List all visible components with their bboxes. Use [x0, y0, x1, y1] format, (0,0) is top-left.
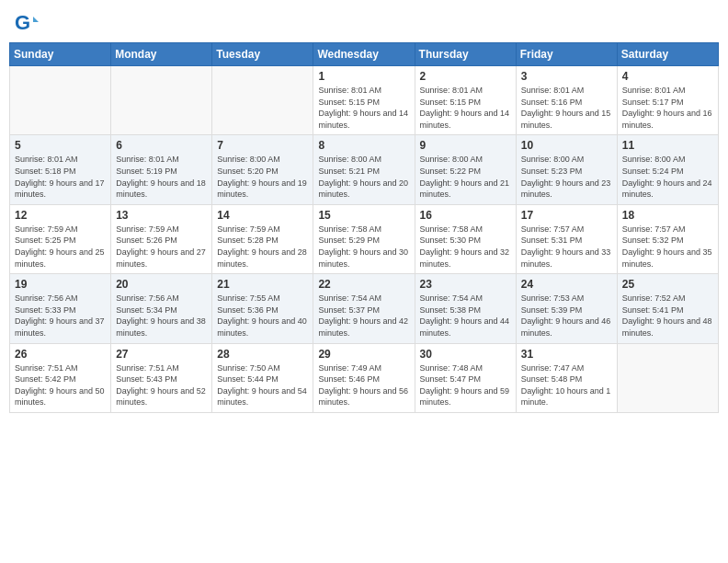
calendar-day-cell: 27Sunrise: 7:51 AM Sunset: 5:43 PM Dayli…: [111, 343, 212, 412]
day-info: Sunrise: 7:57 AM Sunset: 5:31 PM Dayligh…: [521, 224, 612, 270]
calendar-day-cell: 21Sunrise: 7:55 AM Sunset: 5:36 PM Dayli…: [212, 274, 313, 343]
calendar-day-cell: 10Sunrise: 8:00 AM Sunset: 5:23 PM Dayli…: [516, 135, 617, 204]
weekday-header: Sunday: [10, 43, 111, 66]
day-info: Sunrise: 7:59 AM Sunset: 5:28 PM Dayligh…: [217, 224, 308, 270]
day-number: 12: [15, 209, 106, 222]
calendar-day-cell: 4Sunrise: 8:01 AM Sunset: 5:17 PM Daylig…: [617, 66, 718, 135]
day-info: Sunrise: 8:01 AM Sunset: 5:18 PM Dayligh…: [15, 154, 106, 200]
day-info: Sunrise: 8:00 AM Sunset: 5:23 PM Dayligh…: [521, 154, 612, 200]
day-info: Sunrise: 8:01 AM Sunset: 5:16 PM Dayligh…: [521, 85, 612, 131]
day-number: 10: [521, 139, 612, 152]
day-number: 14: [217, 209, 308, 222]
day-number: 23: [420, 278, 511, 291]
calendar-week-row: 5Sunrise: 8:01 AM Sunset: 5:18 PM Daylig…: [10, 135, 719, 204]
calendar-day-cell: 6Sunrise: 8:01 AM Sunset: 5:19 PM Daylig…: [111, 135, 212, 204]
day-number: 20: [116, 278, 207, 291]
day-number: 22: [318, 278, 409, 291]
day-info: Sunrise: 7:51 AM Sunset: 5:43 PM Dayligh…: [116, 362, 207, 408]
calendar-week-row: 1Sunrise: 8:01 AM Sunset: 5:15 PM Daylig…: [10, 66, 719, 135]
calendar-day-cell: 30Sunrise: 7:48 AM Sunset: 5:47 PM Dayli…: [415, 343, 516, 412]
day-number: 11: [622, 139, 713, 152]
weekday-header: Wednesday: [313, 43, 415, 66]
day-number: 7: [217, 139, 308, 152]
day-info: Sunrise: 7:48 AM Sunset: 5:47 PM Dayligh…: [420, 362, 511, 408]
calendar-day-cell: 15Sunrise: 7:58 AM Sunset: 5:29 PM Dayli…: [313, 204, 415, 273]
calendar-day-cell: 11Sunrise: 8:00 AM Sunset: 5:24 PM Dayli…: [617, 135, 718, 204]
day-number: 30: [420, 348, 511, 361]
calendar-week-row: 19Sunrise: 7:56 AM Sunset: 5:33 PM Dayli…: [10, 274, 719, 343]
day-number: 24: [521, 278, 612, 291]
day-number: 18: [622, 209, 713, 222]
calendar-day-cell: 18Sunrise: 7:57 AM Sunset: 5:32 PM Dayli…: [617, 204, 718, 273]
calendar-day-cell: 20Sunrise: 7:56 AM Sunset: 5:34 PM Dayli…: [111, 274, 212, 343]
day-info: Sunrise: 7:51 AM Sunset: 5:42 PM Dayligh…: [15, 362, 106, 408]
calendar-day-cell: 7Sunrise: 8:00 AM Sunset: 5:20 PM Daylig…: [212, 135, 313, 204]
calendar-day-cell: 29Sunrise: 7:49 AM Sunset: 5:46 PM Dayli…: [313, 343, 415, 412]
day-number: 25: [622, 278, 713, 291]
calendar-day-cell: [617, 343, 718, 412]
calendar-day-cell: 1Sunrise: 8:01 AM Sunset: 5:15 PM Daylig…: [313, 66, 415, 135]
day-number: 2: [420, 70, 511, 83]
day-number: 27: [116, 348, 207, 361]
calendar-day-cell: 5Sunrise: 8:01 AM Sunset: 5:18 PM Daylig…: [10, 135, 111, 204]
day-number: 1: [318, 70, 409, 83]
weekday-header: Friday: [516, 43, 617, 66]
day-info: Sunrise: 7:50 AM Sunset: 5:44 PM Dayligh…: [217, 362, 308, 408]
calendar-day-cell: 26Sunrise: 7:51 AM Sunset: 5:42 PM Dayli…: [10, 343, 111, 412]
day-info: Sunrise: 7:47 AM Sunset: 5:48 PM Dayligh…: [521, 362, 612, 408]
weekday-header: Monday: [111, 43, 212, 66]
day-info: Sunrise: 8:01 AM Sunset: 5:19 PM Dayligh…: [116, 154, 207, 200]
weekday-header: Saturday: [617, 43, 718, 66]
day-number: 15: [318, 209, 409, 222]
calendar-day-cell: 25Sunrise: 7:52 AM Sunset: 5:41 PM Dayli…: [617, 274, 718, 343]
logo-icon: G: [13, 9, 39, 35]
calendar-day-cell: 17Sunrise: 7:57 AM Sunset: 5:31 PM Dayli…: [516, 204, 617, 273]
calendar-body: 1Sunrise: 8:01 AM Sunset: 5:15 PM Daylig…: [10, 66, 719, 413]
day-info: Sunrise: 8:00 AM Sunset: 5:24 PM Dayligh…: [622, 154, 713, 200]
day-info: Sunrise: 8:01 AM Sunset: 5:15 PM Dayligh…: [420, 85, 511, 131]
calendar-week-row: 26Sunrise: 7:51 AM Sunset: 5:42 PM Dayli…: [10, 343, 719, 412]
day-info: Sunrise: 8:01 AM Sunset: 5:17 PM Dayligh…: [622, 85, 713, 131]
calendar-day-cell: 2Sunrise: 8:01 AM Sunset: 5:15 PM Daylig…: [415, 66, 516, 135]
svg-marker-1: [33, 17, 39, 22]
day-number: 17: [521, 209, 612, 222]
day-number: 19: [15, 278, 106, 291]
day-number: 6: [116, 139, 207, 152]
day-number: 13: [116, 209, 207, 222]
header: G: [9, 9, 719, 35]
day-number: 28: [217, 348, 308, 361]
calendar-day-cell: 31Sunrise: 7:47 AM Sunset: 5:48 PM Dayli…: [516, 343, 617, 412]
day-info: Sunrise: 8:00 AM Sunset: 5:20 PM Dayligh…: [217, 154, 308, 200]
day-number: 29: [318, 348, 409, 361]
calendar-day-cell: 24Sunrise: 7:53 AM Sunset: 5:39 PM Dayli…: [516, 274, 617, 343]
calendar-day-cell: 19Sunrise: 7:56 AM Sunset: 5:33 PM Dayli…: [10, 274, 111, 343]
day-info: Sunrise: 8:01 AM Sunset: 5:15 PM Dayligh…: [318, 85, 409, 131]
calendar-day-cell: 12Sunrise: 7:59 AM Sunset: 5:25 PM Dayli…: [10, 204, 111, 273]
calendar-day-cell: [212, 66, 313, 135]
calendar-day-cell: 23Sunrise: 7:54 AM Sunset: 5:38 PM Dayli…: [415, 274, 516, 343]
calendar-day-cell: 22Sunrise: 7:54 AM Sunset: 5:37 PM Dayli…: [313, 274, 415, 343]
day-info: Sunrise: 7:55 AM Sunset: 5:36 PM Dayligh…: [217, 293, 308, 339]
day-info: Sunrise: 7:52 AM Sunset: 5:41 PM Dayligh…: [622, 293, 713, 339]
day-number: 8: [318, 139, 409, 152]
day-info: Sunrise: 7:56 AM Sunset: 5:33 PM Dayligh…: [15, 293, 106, 339]
day-info: Sunrise: 7:54 AM Sunset: 5:38 PM Dayligh…: [420, 293, 511, 339]
day-info: Sunrise: 7:54 AM Sunset: 5:37 PM Dayligh…: [318, 293, 409, 339]
day-info: Sunrise: 7:59 AM Sunset: 5:25 PM Dayligh…: [15, 224, 106, 270]
calendar-day-cell: 14Sunrise: 7:59 AM Sunset: 5:28 PM Dayli…: [212, 204, 313, 273]
calendar-day-cell: 13Sunrise: 7:59 AM Sunset: 5:26 PM Dayli…: [111, 204, 212, 273]
svg-text:G: G: [15, 11, 30, 34]
logo: G: [13, 9, 40, 35]
day-info: Sunrise: 7:49 AM Sunset: 5:46 PM Dayligh…: [318, 362, 409, 408]
day-number: 31: [521, 348, 612, 361]
day-info: Sunrise: 7:53 AM Sunset: 5:39 PM Dayligh…: [521, 293, 612, 339]
day-number: 16: [420, 209, 511, 222]
day-number: 26: [15, 348, 106, 361]
weekday-header: Tuesday: [212, 43, 313, 66]
calendar-day-cell: [10, 66, 111, 135]
calendar-header-row: SundayMondayTuesdayWednesdayThursdayFrid…: [10, 43, 719, 66]
calendar-day-cell: [111, 66, 212, 135]
calendar-day-cell: 8Sunrise: 8:00 AM Sunset: 5:21 PM Daylig…: [313, 135, 415, 204]
day-info: Sunrise: 7:58 AM Sunset: 5:29 PM Dayligh…: [318, 224, 409, 270]
calendar-day-cell: 28Sunrise: 7:50 AM Sunset: 5:44 PM Dayli…: [212, 343, 313, 412]
